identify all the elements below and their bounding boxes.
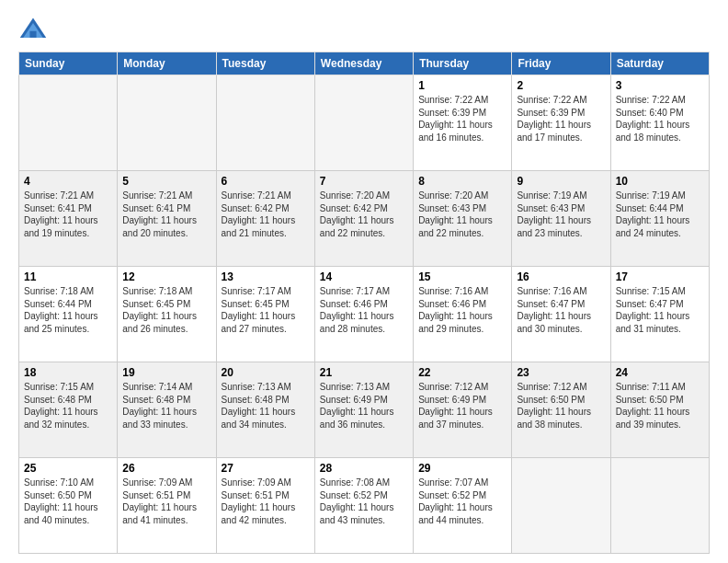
day-info: Sunrise: 7:07 AMSunset: 6:52 PMDaylight:… [418, 477, 506, 526]
calendar-cell [19, 75, 118, 171]
calendar-cell: 14Sunrise: 7:17 AMSunset: 6:46 PMDayligh… [314, 267, 413, 362]
day-number: 2 [517, 79, 605, 92]
calendar-cell: 27Sunrise: 7:09 AMSunset: 6:51 PMDayligh… [216, 458, 314, 554]
calendar-cell: 13Sunrise: 7:17 AMSunset: 6:45 PMDayligh… [216, 267, 314, 362]
calendar-cell: 15Sunrise: 7:16 AMSunset: 6:46 PMDayligh… [414, 267, 512, 362]
day-info: Sunrise: 7:22 AMSunset: 6:40 PMDaylight:… [616, 94, 704, 144]
day-info: Sunrise: 7:21 AMSunset: 6:41 PMDaylight:… [24, 190, 112, 239]
calendar-cell [610, 458, 709, 554]
day-info: Sunrise: 7:12 AMSunset: 6:50 PMDaylight:… [517, 381, 605, 431]
calendar-cell: 18Sunrise: 7:15 AMSunset: 6:48 PMDayligh… [19, 362, 118, 458]
day-number: 26 [122, 462, 210, 475]
calendar-cell: 19Sunrise: 7:14 AMSunset: 6:48 PMDayligh… [118, 362, 216, 458]
calendar-cell: 20Sunrise: 7:13 AMSunset: 6:48 PMDayligh… [216, 362, 314, 458]
calendar-cell: 26Sunrise: 7:09 AMSunset: 6:51 PMDayligh… [118, 458, 216, 554]
day-number: 1 [418, 79, 506, 92]
calendar-cell [216, 75, 314, 171]
day-number: 12 [122, 270, 210, 283]
day-number: 4 [24, 175, 112, 188]
day-number: 5 [122, 175, 210, 188]
weekday-header-wednesday: Wednesday [314, 52, 413, 75]
calendar-cell: 7Sunrise: 7:20 AMSunset: 6:42 PMDaylight… [314, 171, 413, 267]
calendar-cell: 4Sunrise: 7:21 AMSunset: 6:41 PMDaylight… [19, 171, 118, 267]
day-number: 7 [320, 175, 408, 188]
weekday-header-tuesday: Tuesday [216, 52, 314, 75]
day-number: 27 [222, 462, 310, 475]
day-info: Sunrise: 7:09 AMSunset: 6:51 PMDaylight:… [122, 477, 210, 526]
svg-rect-2 [29, 31, 36, 38]
day-info: Sunrise: 7:19 AMSunset: 6:43 PMDaylight:… [517, 190, 605, 239]
day-info: Sunrise: 7:17 AMSunset: 6:46 PMDaylight:… [320, 285, 408, 335]
day-info: Sunrise: 7:22 AMSunset: 6:39 PMDaylight:… [517, 94, 605, 144]
day-info: Sunrise: 7:17 AMSunset: 6:45 PMDaylight:… [222, 285, 310, 335]
calendar-table: SundayMondayTuesdayWednesdayThursdayFrid… [18, 52, 710, 554]
day-number: 19 [122, 366, 210, 379]
day-info: Sunrise: 7:16 AMSunset: 6:46 PMDaylight:… [418, 285, 506, 335]
day-info: Sunrise: 7:21 AMSunset: 6:41 PMDaylight:… [122, 190, 210, 239]
header [18, 15, 710, 44]
calendar-cell: 1Sunrise: 7:22 AMSunset: 6:39 PMDaylight… [414, 75, 512, 171]
day-number: 28 [320, 462, 408, 475]
calendar-cell: 21Sunrise: 7:13 AMSunset: 6:49 PMDayligh… [314, 362, 413, 458]
day-info: Sunrise: 7:13 AMSunset: 6:48 PMDaylight:… [222, 381, 310, 431]
day-number: 8 [418, 175, 506, 188]
calendar-cell: 5Sunrise: 7:21 AMSunset: 6:41 PMDaylight… [118, 171, 216, 267]
calendar-cell [512, 458, 610, 554]
calendar-cell: 28Sunrise: 7:08 AMSunset: 6:52 PMDayligh… [314, 458, 413, 554]
calendar-cell: 11Sunrise: 7:18 AMSunset: 6:44 PMDayligh… [19, 267, 118, 362]
day-info: Sunrise: 7:21 AMSunset: 6:42 PMDaylight:… [222, 190, 310, 239]
day-number: 10 [616, 175, 704, 188]
calendar-cell [118, 75, 216, 171]
calendar-page: SundayMondayTuesdayWednesdayThursdayFrid… [0, 0, 728, 563]
weekday-header-saturday: Saturday [610, 52, 709, 75]
weekday-header-monday: Monday [118, 52, 216, 75]
day-number: 24 [616, 366, 704, 379]
weekday-header-sunday: Sunday [19, 52, 118, 75]
day-number: 15 [418, 270, 506, 283]
day-number: 23 [517, 366, 605, 379]
calendar-cell: 3Sunrise: 7:22 AMSunset: 6:40 PMDaylight… [610, 75, 709, 171]
calendar-cell: 2Sunrise: 7:22 AMSunset: 6:39 PMDaylight… [512, 75, 610, 171]
calendar-cell: 17Sunrise: 7:15 AMSunset: 6:47 PMDayligh… [610, 267, 709, 362]
day-number: 9 [517, 175, 605, 188]
day-info: Sunrise: 7:13 AMSunset: 6:49 PMDaylight:… [320, 381, 408, 431]
calendar-cell [314, 75, 413, 171]
day-info: Sunrise: 7:22 AMSunset: 6:39 PMDaylight:… [418, 94, 506, 144]
day-number: 13 [222, 270, 310, 283]
logo [18, 15, 51, 44]
day-info: Sunrise: 7:09 AMSunset: 6:51 PMDaylight:… [222, 477, 310, 526]
weekday-header-friday: Friday [512, 52, 610, 75]
calendar-cell: 29Sunrise: 7:07 AMSunset: 6:52 PMDayligh… [414, 458, 512, 554]
day-info: Sunrise: 7:16 AMSunset: 6:47 PMDaylight:… [517, 285, 605, 335]
day-info: Sunrise: 7:20 AMSunset: 6:42 PMDaylight:… [320, 190, 408, 239]
logo-icon [18, 15, 48, 44]
calendar-row-2: 11Sunrise: 7:18 AMSunset: 6:44 PMDayligh… [19, 267, 710, 362]
day-info: Sunrise: 7:18 AMSunset: 6:45 PMDaylight:… [122, 285, 210, 335]
calendar-cell: 12Sunrise: 7:18 AMSunset: 6:45 PMDayligh… [118, 267, 216, 362]
day-info: Sunrise: 7:18 AMSunset: 6:44 PMDaylight:… [24, 285, 112, 335]
calendar-cell: 9Sunrise: 7:19 AMSunset: 6:43 PMDaylight… [512, 171, 610, 267]
calendar-cell: 10Sunrise: 7:19 AMSunset: 6:44 PMDayligh… [610, 171, 709, 267]
day-number: 16 [517, 270, 605, 283]
day-number: 11 [24, 270, 112, 283]
day-number: 18 [24, 366, 112, 379]
calendar-row-4: 25Sunrise: 7:10 AMSunset: 6:50 PMDayligh… [19, 458, 710, 554]
day-info: Sunrise: 7:10 AMSunset: 6:50 PMDaylight:… [24, 477, 112, 526]
day-number: 3 [616, 79, 704, 92]
day-number: 20 [222, 366, 310, 379]
calendar-cell: 22Sunrise: 7:12 AMSunset: 6:49 PMDayligh… [414, 362, 512, 458]
day-info: Sunrise: 7:12 AMSunset: 6:49 PMDaylight:… [418, 381, 506, 431]
day-number: 25 [24, 462, 112, 475]
day-info: Sunrise: 7:08 AMSunset: 6:52 PMDaylight:… [320, 477, 408, 526]
weekday-header-row: SundayMondayTuesdayWednesdayThursdayFrid… [19, 52, 710, 75]
day-info: Sunrise: 7:11 AMSunset: 6:50 PMDaylight:… [616, 381, 704, 431]
calendar-cell: 24Sunrise: 7:11 AMSunset: 6:50 PMDayligh… [610, 362, 709, 458]
calendar-cell: 8Sunrise: 7:20 AMSunset: 6:43 PMDaylight… [414, 171, 512, 267]
day-number: 17 [616, 270, 704, 283]
day-info: Sunrise: 7:19 AMSunset: 6:44 PMDaylight:… [616, 190, 704, 239]
day-number: 21 [320, 366, 408, 379]
calendar-cell: 6Sunrise: 7:21 AMSunset: 6:42 PMDaylight… [216, 171, 314, 267]
day-number: 14 [320, 270, 408, 283]
day-number: 29 [418, 462, 506, 475]
calendar-cell: 25Sunrise: 7:10 AMSunset: 6:50 PMDayligh… [19, 458, 118, 554]
